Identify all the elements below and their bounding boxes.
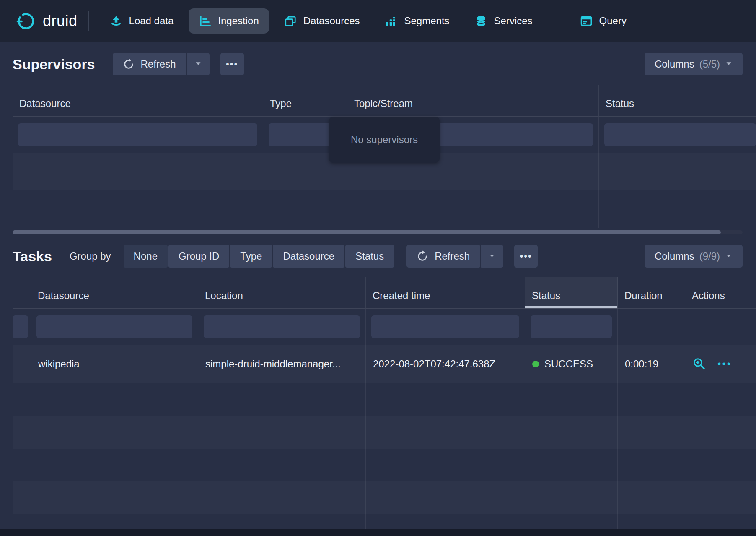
group-by-label: Group by [70,250,111,262]
segments-bars-icon [385,15,397,27]
empty-table-row [13,416,756,449]
empty-cell [198,416,366,449]
tasks-title: Tasks [13,248,52,265]
status-text: SUCCESS [544,358,593,370]
chevron-down-icon [488,250,496,262]
cloud-upload-icon [110,15,122,27]
column-header-datasource[interactable]: Datasource [13,85,263,117]
nav-load-data[interactable]: Load data [100,8,184,34]
tasks-refresh-button[interactable]: Refresh [406,245,480,268]
column-header-type[interactable]: Type [263,85,347,117]
empty-cell [599,190,756,228]
datasource-filter-input[interactable] [36,315,192,338]
task-detail-button[interactable] [692,357,706,372]
nav-ingestion[interactable]: Ingestion [189,8,269,34]
empty-cell [347,190,599,228]
supervisors-toolbar: Supervisors Refresh • [0,42,756,85]
empty-cell [13,481,31,514]
group-by-segmented-control: None Group ID Type Datasource Status [124,245,394,268]
brand-name: druid [43,12,78,30]
chevron-down-icon [194,58,202,70]
supervisors-columns-button[interactable]: Columns (5/5) [645,53,743,75]
supervisors-refresh-group: Refresh [113,53,210,75]
druid-home-link[interactable]: druid [16,11,78,31]
nav-segments[interactable]: Segments [375,8,459,34]
column-header-blank [13,277,31,309]
column-header-actions[interactable]: Actions [685,277,756,309]
created-time-filter-input[interactable] [371,315,519,338]
empty-cell [685,383,756,416]
nav-label: Query [599,15,627,27]
refresh-icon [123,58,135,70]
tasks-refresh-caret-button[interactable] [481,245,503,268]
tasks-header-row: Datasource Location Created time Status … [13,277,756,309]
empty-cell [685,416,756,449]
empty-cell [13,449,31,481]
empty-cell [31,416,198,449]
scrollbar-thumb[interactable] [13,230,721,234]
columns-count: (9/9) [699,250,720,262]
column-header-created-time[interactable]: Created time [366,277,525,309]
empty-cell [13,416,31,449]
supervisors-header-row: Datasource Type Topic/Stream Status [13,85,756,117]
column-header-status[interactable]: Status [525,277,618,309]
column-header-topic-stream[interactable]: Topic/Stream [347,85,599,117]
empty-cell [618,449,685,481]
nav-datasources[interactable]: Datasources [274,8,370,34]
status-filter-input[interactable] [531,315,612,338]
duration-cell: 0:00:19 [618,345,685,383]
tasks-more-button[interactable]: ••• [514,245,538,268]
empty-cell [366,449,525,481]
datasource-filter-input[interactable] [18,123,257,146]
filter-cell [13,309,31,345]
druid-logo-icon [16,11,36,31]
group-by-status-button[interactable]: Status [345,245,394,268]
empty-cell [618,481,685,514]
refresh-label: Refresh [141,58,176,70]
row-id-filter-input[interactable] [13,315,28,338]
empty-cell [198,481,366,514]
bottom-horizontal-scrollbar[interactable] [0,529,756,536]
filter-cell [525,309,618,345]
empty-table-row [13,190,756,228]
nav-query[interactable]: Query [570,8,637,34]
status-filter-input[interactable] [604,123,756,146]
refresh-icon [417,250,428,262]
top-navbar: druid Load data Ingestion [0,0,756,42]
empty-cell [198,449,366,481]
empty-cell [599,153,756,190]
column-header-duration[interactable]: Duration [618,277,685,309]
query-console-icon [580,15,593,27]
chevron-down-icon [725,58,733,70]
column-header-status[interactable]: Status [599,85,756,117]
task-actions-menu-button[interactable]: ••• [717,358,732,370]
column-header-location[interactable]: Location [198,277,366,309]
datasources-layers-icon [284,15,297,27]
tasks-section: Tasks Group by None Group ID Type Dataso… [0,236,756,536]
actions-cell: ••• [685,345,756,383]
supervisors-more-button[interactable]: ••• [220,53,244,75]
group-by-type-button[interactable]: Type [230,245,272,268]
tasks-columns-button[interactable]: Columns (9/9) [645,245,743,268]
supervisors-refresh-caret-button[interactable] [187,53,210,75]
location-cell: simple-druid-middlemanager... [198,345,366,383]
status-cell: SUCCESS [525,345,618,383]
nav-label: Datasources [303,15,360,27]
filter-cell [618,309,685,345]
nav-label: Services [494,15,533,27]
group-by-datasource-button[interactable]: Datasource [273,245,344,268]
group-by-group-id-button[interactable]: Group ID [168,245,229,268]
empty-cell [525,449,618,481]
nav-services[interactable]: Services [465,8,543,34]
column-header-datasource[interactable]: Datasource [31,277,198,309]
tasks-refresh-group: Refresh [406,245,503,268]
location-filter-input[interactable] [204,315,360,338]
task-row-wikipedia[interactable]: wikipedia simple-druid-middlemanager... … [13,345,756,383]
group-by-none-button[interactable]: None [124,245,168,268]
empty-cell [31,449,198,481]
supervisors-refresh-button[interactable]: Refresh [113,53,186,75]
supervisors-table: Datasource Type Topic/Stream Status [13,85,756,228]
chevron-down-icon [725,250,733,262]
horizontal-scrollbar[interactable] [13,230,743,234]
nav-label: Load data [129,15,174,27]
